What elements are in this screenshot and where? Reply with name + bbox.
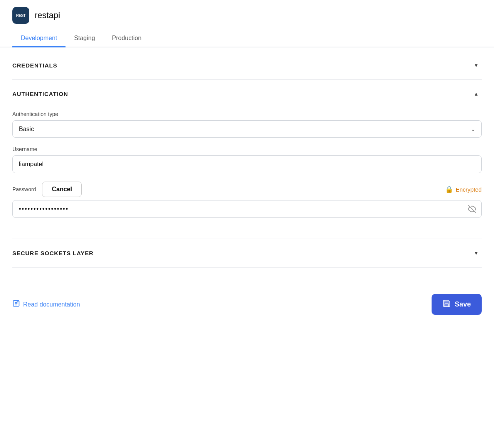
password-input[interactable]: [12, 200, 482, 218]
username-label: Username: [12, 146, 482, 152]
save-label: Save: [455, 300, 471, 308]
tab-staging[interactable]: Staging: [66, 31, 103, 47]
password-field-header: Password Cancel 🔒 Encrypted: [12, 182, 482, 197]
toggle-password-visibility-button[interactable]: [468, 205, 476, 213]
page-footer: Read documentation Save: [0, 283, 494, 326]
eye-off-icon: [468, 205, 476, 213]
username-input[interactable]: [12, 155, 482, 173]
authentication-section-header[interactable]: AUTHENTICATION ▲: [12, 80, 482, 108]
auth-type-field-group: Authentication type None Basic Bearer To…: [12, 111, 482, 138]
authentication-section: AUTHENTICATION ▲ Authentication type Non…: [12, 80, 482, 239]
auth-type-label: Authentication type: [12, 111, 482, 117]
credentials-section-title: CREDENTIALS: [12, 62, 57, 69]
save-icon: [442, 299, 451, 310]
password-label: Password: [12, 186, 36, 192]
password-input-wrapper: [12, 200, 482, 218]
doc-svg-icon: [12, 300, 20, 307]
auth-type-select[interactable]: None Basic Bearer Token API Key OAuth 2.…: [12, 120, 482, 138]
ssl-section-title: SECURE SOCKETS LAYER: [12, 250, 94, 256]
read-documentation-label: Read documentation: [23, 301, 80, 308]
username-field-group: Username: [12, 146, 482, 173]
app-logo: REST: [12, 7, 29, 24]
encrypted-label: Encrypted: [455, 186, 482, 193]
main-content: CREDENTIALS ▼ AUTHENTICATION ▲ Authentic…: [0, 47, 494, 280]
ssl-section-header[interactable]: SECURE SOCKETS LAYER ▼: [12, 239, 482, 267]
app-logo-text: REST: [16, 13, 26, 18]
encrypted-badge: 🔒 Encrypted: [445, 185, 482, 194]
authentication-section-title: AUTHENTICATION: [12, 91, 68, 97]
authentication-section-body: Authentication type None Basic Bearer To…: [12, 108, 482, 239]
app-title: restapi: [35, 10, 60, 20]
password-field-group: Password Cancel 🔒 Encrypted: [12, 182, 482, 218]
documentation-icon: [12, 300, 20, 309]
tab-production[interactable]: Production: [104, 31, 150, 47]
lock-icon: 🔒: [445, 185, 453, 194]
authentication-expand-icon: ▲: [474, 91, 479, 97]
credentials-section-header[interactable]: CREDENTIALS ▼: [12, 51, 482, 79]
ssl-section: SECURE SOCKETS LAYER ▼: [12, 239, 482, 268]
cancel-button[interactable]: Cancel: [42, 182, 81, 197]
tab-development[interactable]: Development: [12, 31, 66, 47]
tabs-bar: Development Staging Production: [0, 31, 494, 47]
auth-type-select-wrapper: None Basic Bearer Token API Key OAuth 2.…: [12, 120, 482, 138]
ssl-collapse-icon: ▼: [474, 250, 479, 256]
floppy-disk-icon: [442, 299, 451, 308]
read-documentation-link[interactable]: Read documentation: [12, 300, 80, 309]
app-header: REST restapi: [0, 0, 494, 31]
save-button[interactable]: Save: [432, 294, 482, 315]
credentials-section: CREDENTIALS ▼: [12, 51, 482, 80]
credentials-collapse-icon: ▼: [474, 62, 479, 68]
